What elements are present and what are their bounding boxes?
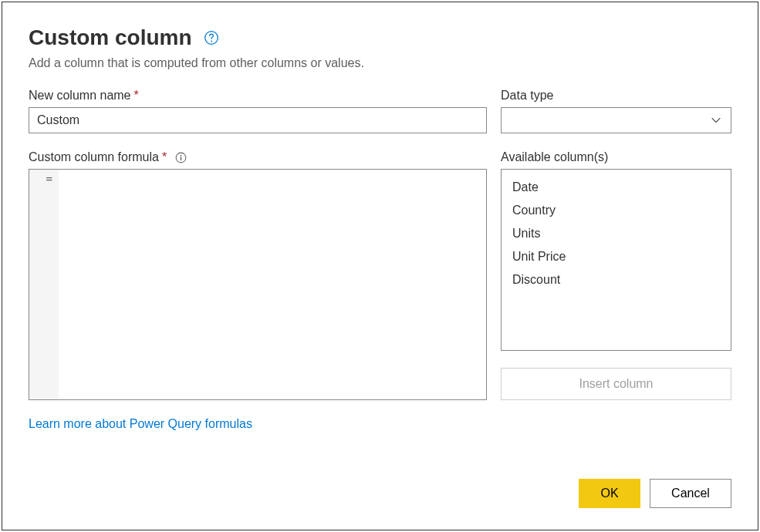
- data-type-select[interactable]: [501, 107, 731, 133]
- formula-editor[interactable]: =: [29, 169, 487, 400]
- svg-point-3: [180, 154, 181, 156]
- new-column-name-label: New column name *: [29, 89, 487, 103]
- main-editor-row: Custom column formula * = Available colu…: [29, 150, 731, 400]
- info-icon[interactable]: [174, 151, 187, 163]
- available-columns-list: Date Country Units Unit Price Discount: [501, 169, 731, 351]
- new-column-name-input[interactable]: [29, 107, 487, 133]
- insert-column-button[interactable]: Insert column: [501, 368, 731, 400]
- footer-buttons: OK Cancel: [579, 479, 731, 508]
- custom-column-formula-label: Custom column formula *: [29, 150, 487, 164]
- list-item[interactable]: Discount: [512, 268, 720, 291]
- chevron-down-icon: [711, 115, 721, 126]
- top-fields-row: New column name * Data type: [29, 89, 731, 133]
- list-item[interactable]: Country: [512, 199, 720, 222]
- required-mark-icon: *: [162, 150, 167, 164]
- list-item[interactable]: Units: [512, 222, 720, 245]
- custom-column-dialog: Custom column Add a column that is compu…: [2, 2, 758, 530]
- required-mark-icon: *: [134, 89, 139, 103]
- help-icon[interactable]: [203, 29, 220, 46]
- dialog-description: Add a column that is computed from other…: [29, 56, 731, 70]
- svg-point-1: [211, 41, 212, 42]
- available-columns-label: Available column(s): [501, 150, 731, 164]
- cancel-button[interactable]: Cancel: [650, 479, 731, 508]
- new-column-name-label-text: New column name: [29, 89, 131, 103]
- svg-rect-4: [181, 157, 181, 160]
- learn-more-link[interactable]: Learn more about Power Query formulas: [29, 417, 252, 431]
- list-item[interactable]: Date: [512, 176, 720, 199]
- ok-button[interactable]: OK: [579, 479, 640, 508]
- formula-textarea[interactable]: [59, 170, 486, 399]
- dialog-title: Custom column: [29, 25, 192, 50]
- data-type-label: Data type: [501, 89, 731, 103]
- header-row: Custom column: [29, 25, 731, 50]
- formula-gutter: =: [29, 170, 59, 399]
- list-item[interactable]: Unit Price: [512, 245, 720, 268]
- custom-column-formula-label-text: Custom column formula: [29, 150, 159, 164]
